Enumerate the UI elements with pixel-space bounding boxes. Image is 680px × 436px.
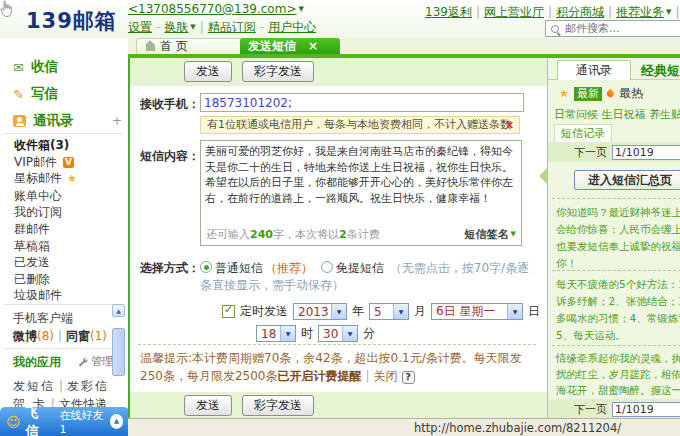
add-contact-icon[interactable]: + [112, 114, 122, 128]
contacts-icon [13, 115, 26, 127]
year-unit: 年 [352, 303, 364, 320]
next-page-link[interactable]: 下一页 [574, 402, 607, 417]
panel-collapse-icon[interactable] [539, 168, 547, 184]
sidebar-item-compose-mail[interactable]: ✎ 写信 [13, 85, 58, 103]
folder-vip[interactable]: VIP邮件V [14, 154, 77, 171]
radio-handsfree-label[interactable]: 免提短信 [336, 261, 384, 275]
radio-normal-sms[interactable] [200, 261, 212, 273]
rich-send-button-bottom[interactable]: 彩字发送 [242, 395, 314, 416]
counter-prefix: 还可输入 [206, 228, 250, 241]
scrollbar-thumb[interactable] [112, 328, 125, 376]
sms-records-tab[interactable]: 短信记录 [554, 124, 612, 142]
separator: | [608, 5, 612, 19]
tip-close-link[interactable]: 关闭 [374, 369, 398, 383]
separator: | [365, 369, 369, 383]
folder-spam[interactable]: 垃圾邮件 [14, 287, 77, 304]
hour-select[interactable]: 18▼ [256, 325, 296, 342]
weibo-link[interactable]: 微博 [13, 329, 37, 343]
radio-handsfree-sms[interactable] [321, 261, 333, 273]
schedule-label: 定时发送 [240, 303, 288, 320]
sort-hottest-link[interactable]: 最热 [619, 85, 643, 102]
tab-home[interactable]: 首 页 [136, 38, 244, 54]
radio-normal-label[interactable]: 普通短信 [215, 261, 263, 275]
fetion-bar[interactable]: ☺ 飞信 在线好友1 ▲ [0, 407, 129, 436]
dashed-divider [552, 198, 680, 199]
message-textarea[interactable]: 美丽可爱的羽芝你好，我是来自河南驻马店市的秦纪锋，得知今天是你二十的生日，特地来… [205, 144, 515, 206]
hour-unit: 时 [301, 325, 313, 342]
send-sms-app-link[interactable]: 发短信 [13, 379, 55, 393]
separator: | [548, 5, 552, 19]
search-input[interactable] [563, 21, 667, 36]
send-button-top[interactable]: 发送 [184, 61, 232, 82]
page-number-input[interactable] [612, 402, 680, 417]
rich-send-button-top[interactable]: 彩字发送 [242, 61, 314, 82]
folder-group-mail[interactable]: 群邮件 [14, 221, 77, 238]
toolbar-top: 发送 彩字发送 [130, 58, 547, 86]
tab-contacts[interactable]: 通讯录 [557, 60, 631, 80]
sort-newest-badge[interactable]: 最新 [574, 87, 602, 101]
manage-apps-link[interactable]: 管理 [78, 354, 113, 369]
online-hall-link[interactable]: 网上营业厅 [484, 5, 544, 19]
schedule-row-1: ✓ 定时发送 2013▼ 年 5▼ 月 6日 星期一▼ 日 [222, 303, 540, 320]
sms-categories[interactable]: 日常问候 生日祝福 养生贴士 节日祝福 [554, 107, 680, 122]
year-select[interactable]: 2013▼ [293, 303, 347, 320]
sidebar: ✉ 收信 ✎ 写信 通讯录 + 收件箱(3) VIP邮件V 星标邮件★ 账单中心… [0, 38, 128, 407]
mail-search-box[interactable] [545, 20, 680, 37]
recommend-services-link[interactable]: 推荐业务 [616, 5, 664, 19]
minute-select[interactable]: 30▼ [318, 325, 358, 342]
send-mms-app-link[interactable]: 发彩信 [67, 379, 109, 393]
tab-close-icon[interactable]: × [308, 39, 318, 53]
dashed-divider [138, 344, 536, 345]
settings-link[interactable]: 设置 [128, 20, 152, 34]
mail-icon: ✉ [13, 60, 24, 75]
scrollbar-up-icon[interactable]: ▲ [112, 304, 125, 317]
notice-close-icon[interactable]: x [506, 117, 513, 133]
classmate-link[interactable]: 同窗 [66, 329, 90, 343]
rebate-link[interactable]: 139返利 [425, 5, 472, 19]
top-links: 139返利|网上营业厅|积分商城|推荐业务▼|反馈 [425, 4, 680, 21]
schedule-checkbox[interactable]: ✓ [222, 305, 235, 318]
folder-sent[interactable]: 已发送 [14, 254, 77, 271]
pager-top: 下一页 [548, 142, 680, 162]
billed-count: 2 [339, 228, 347, 241]
month-select[interactable]: 5▼ [369, 303, 409, 320]
collapse-up-icon[interactable]: ▲ [110, 414, 123, 429]
sidebar-item-contacts[interactable]: 通讯录 [13, 112, 74, 130]
tab-bar: 首 页 发送短信 × [128, 38, 680, 54]
folder-deleted[interactable]: 已删除 [14, 271, 77, 288]
minute-unit: 分 [363, 325, 375, 342]
tab-send-sms[interactable]: 发送短信 × [240, 38, 340, 54]
account-email[interactable]: <13708556770@139.com> [128, 2, 296, 16]
my-apps-row: 我的应用 管理 [13, 354, 113, 371]
premium-subscribe-link[interactable]: 精品订阅 [208, 20, 256, 34]
sms-summary-button[interactable]: 进入短信汇总页 [574, 170, 680, 190]
classmate-count: (1) [90, 329, 107, 343]
signature-dropdown[interactable]: 短信签名▼ [465, 227, 516, 242]
day-select[interactable]: 6日 星期一▼ [431, 303, 523, 320]
right-panel-tabs: 通讯录 经典短信 [548, 58, 680, 80]
send-button-bottom[interactable]: 发送 [184, 395, 232, 416]
schedule-row-2: 18▼ 时 30▼ 分 [256, 325, 375, 342]
skin-link[interactable]: 换肤 [164, 20, 188, 34]
tab-classic-sms[interactable]: 经典短信 [641, 62, 680, 80]
skin-caret-icon[interactable]: ▼ [190, 23, 195, 31]
folder-subscriptions[interactable]: 我的订阅 [14, 204, 77, 221]
user-center-link[interactable]: 用户中心 [268, 20, 316, 34]
next-page-link[interactable]: 下一页 [574, 145, 607, 160]
separator: | [476, 5, 480, 19]
folder-inbox[interactable]: 收件箱(3) [14, 137, 77, 154]
help-icon[interactable]: ? [402, 371, 415, 384]
folder-drafts[interactable]: 草稿箱 [14, 238, 77, 255]
folder-billing-center[interactable]: 账单中心 [14, 188, 77, 205]
recommend-caret-icon[interactable]: ▼ [666, 8, 671, 16]
sms-template-item[interactable]: 你知道吗？最近财神爷迷上了 会给你惊喜：人民币会缠上你 也要发短信奉上诚挚的祝福… [556, 204, 680, 272]
sms-template-item[interactable]: 每天不疲倦的5个好方法：1、 诉多纾解；2、张弛结合；3、 多喝水的习惯；4、常… [556, 276, 680, 344]
account-caret-icon[interactable]: ▼ [298, 5, 303, 13]
sidebar-item-receive-mail[interactable]: ✉ 收信 [13, 58, 58, 76]
sidebar-item-mobile-client[interactable]: 手机客户端 [13, 310, 73, 327]
points-mall-link[interactable]: 积分商城 [556, 5, 604, 19]
recipient-input[interactable] [200, 93, 524, 112]
folder-starred[interactable]: 星标邮件★ [14, 170, 77, 188]
sms-template-item[interactable]: 情缘牵系起你我的灵魂，执手 扰的红尘，岁月蹉跎，相依相 海花开，甜蜜陶醉。握这一… [556, 350, 680, 398]
page-number-input[interactable] [612, 145, 680, 160]
